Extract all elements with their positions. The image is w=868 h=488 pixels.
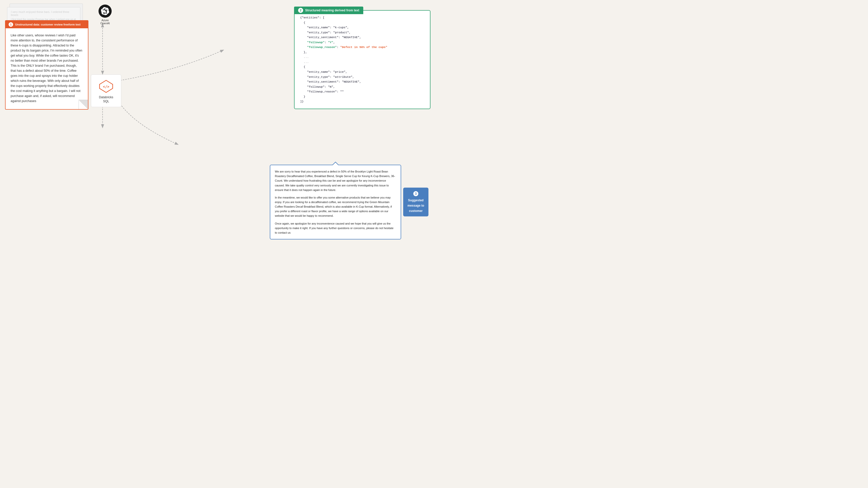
json-output-box: 2 Structured meaning derived from text {… [294,10,431,109]
svg-text:</>: </> [103,85,109,89]
message-para2: In the meantime, we would like to offer … [275,195,396,218]
databricks-icon: </> [98,79,114,93]
databricks-label: Databricks SQL [99,95,114,103]
review-card: 1 Unstructured data: customer review fre… [5,20,88,110]
json-content: {"entities": [ { "entity_name": "k-cups"… [294,10,430,109]
message-badge: 3 [413,191,418,196]
message-content: We are sorry to hear that you experience… [270,165,401,239]
message-para1: We are sorry to hear that you experience… [275,169,396,192]
json-box-label: 2 Structured meaning derived from text [294,6,363,14]
message-para3: Once again, we apologize for any inconve… [275,221,396,235]
message-label: 3 Suggested message to customer [403,188,429,216]
review-badge: 1 [8,22,13,27]
review-card-body: Like other users, whose reviews I wish I… [5,28,88,109]
review-card-label: 1 Unstructured data: customer review fre… [5,21,88,28]
databricks-box: </> Databricks SQL [91,74,121,107]
azure-openai-widget: Azure OpenAI [98,4,112,25]
json-badge: 2 [298,8,303,13]
azure-openai-icon [98,4,112,18]
message-box: We are sorry to hear that you experience… [270,165,401,240]
azure-openai-label: Azure OpenAI [100,19,110,25]
